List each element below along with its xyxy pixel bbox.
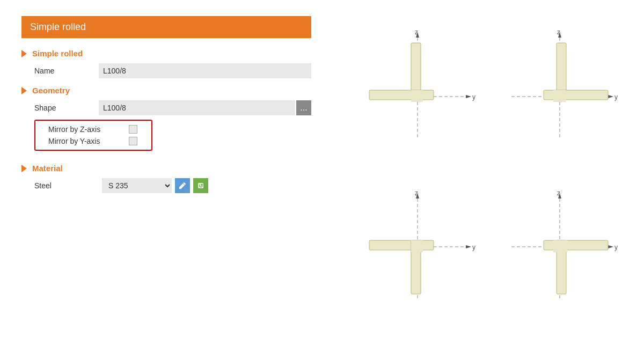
mirror-y-checkbox[interactable] — [129, 137, 137, 145]
collapse-icon-material[interactable] — [21, 165, 27, 172]
shape-label: Shape — [34, 104, 99, 112]
svg-text:y: y — [614, 93, 618, 101]
diagram-top-left: z y — [349, 11, 486, 166]
section-material-header: Material — [21, 164, 311, 173]
diagram-svg-bottom-right: z y — [495, 188, 624, 311]
name-input[interactable] — [99, 63, 311, 78]
steel-edit-button[interactable] — [175, 178, 190, 193]
diagram-svg-top-right: z y — [495, 27, 624, 150]
mirror-z-row: Mirror by Z-axis — [48, 125, 143, 134]
svg-marker-17 — [608, 95, 613, 98]
collapse-icon-geometry[interactable] — [21, 87, 27, 94]
diagram-bottom-left: z y — [349, 172, 486, 327]
steel-label: Steel — [34, 181, 99, 190]
diagram-bottom-right: z y — [491, 172, 628, 327]
svg-marker-35 — [608, 245, 613, 248]
section-geometry-label: Geometry — [32, 86, 70, 95]
info-icon: ↺ — [196, 181, 205, 190]
svg-text:y: y — [472, 244, 475, 251]
panel-title-bar: Simple rolled — [21, 16, 311, 38]
left-panel: Simple rolled Simple rolled Name Geometr… — [0, 0, 333, 338]
svg-text:↺: ↺ — [199, 183, 203, 189]
diagram-top-right: z y — [491, 11, 628, 166]
svg-rect-27 — [369, 240, 434, 250]
svg-marker-26 — [466, 245, 471, 248]
right-panel: z y z y — [333, 0, 644, 338]
mirror-options-box: Mirror by Z-axis Mirror by Y-axis — [34, 120, 152, 151]
mirror-z-label: Mirror by Z-axis — [48, 125, 129, 134]
shape-input-group: ... — [99, 100, 311, 115]
pencil-icon — [178, 181, 187, 190]
mirror-y-row: Mirror by Y-axis — [48, 137, 143, 145]
diagram-svg-top-left: z y — [353, 27, 482, 150]
shape-browse-button[interactable]: ... — [296, 100, 311, 115]
mirror-z-checkbox[interactable] — [129, 125, 137, 134]
svg-marker-8 — [466, 95, 471, 98]
mirror-y-label: Mirror by Y-axis — [48, 137, 129, 145]
svg-text:y: y — [472, 93, 475, 101]
diagram-svg-bottom-left: z y — [353, 188, 482, 311]
svg-rect-10 — [369, 90, 434, 100]
shape-input[interactable] — [99, 100, 295, 115]
svg-rect-18 — [557, 43, 566, 97]
steel-field-row: Steel S 235 S 275 S 355 ↺ — [21, 178, 311, 193]
section-material-label: Material — [32, 164, 63, 173]
section-geometry-header: Geometry — [21, 86, 311, 95]
name-label: Name — [34, 67, 99, 75]
svg-text:y: y — [614, 244, 618, 251]
panel-title: Simple rolled — [30, 21, 86, 32]
section-simple-rolled-header: Simple rolled — [21, 49, 311, 58]
collapse-icon-simple-rolled[interactable] — [21, 50, 27, 57]
steel-info-button[interactable]: ↺ — [193, 178, 208, 193]
name-field-row: Name — [21, 63, 311, 78]
svg-rect-38 — [553, 240, 567, 252]
svg-rect-11 — [411, 90, 423, 102]
steel-select[interactable]: S 235 S 275 S 355 — [102, 178, 172, 193]
svg-rect-29 — [411, 240, 423, 252]
svg-rect-9 — [411, 43, 421, 97]
shape-field-row: Shape ... — [21, 100, 311, 115]
svg-rect-20 — [553, 90, 566, 102]
section-simple-rolled-label: Simple rolled — [32, 49, 83, 58]
